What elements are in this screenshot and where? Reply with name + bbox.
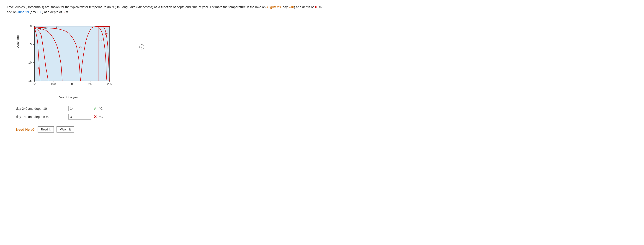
chart-area: Depth (m) 0 5 10 15 |120 bbox=[16, 22, 637, 99]
svg-text:200: 200 bbox=[70, 82, 74, 86]
svg-text:20: 20 bbox=[56, 25, 59, 29]
date2: June 19 bbox=[18, 10, 29, 14]
help-section: Need Help? Read It Watch It bbox=[16, 126, 637, 133]
text5: (day bbox=[29, 10, 37, 14]
problem-text: Level curves (isothermals) are shown for… bbox=[7, 4, 326, 15]
svg-text:20: 20 bbox=[79, 45, 82, 48]
svg-text:10: 10 bbox=[28, 61, 32, 64]
correct-icon-1: ✓ bbox=[94, 106, 97, 111]
answer-input-2[interactable] bbox=[68, 114, 91, 120]
text3: ) at a depth of bbox=[294, 5, 314, 9]
svg-text:280: 280 bbox=[107, 82, 112, 86]
svg-text:8: 8 bbox=[37, 67, 39, 70]
answer-input-1[interactable] bbox=[68, 106, 91, 111]
read-it-button[interactable]: Read It bbox=[38, 126, 54, 133]
svg-text:15: 15 bbox=[28, 79, 32, 82]
day1: 240 bbox=[289, 5, 294, 9]
answer-row-1: day 240 and depth 10 m ✓ °C bbox=[16, 106, 637, 111]
text2: (day bbox=[281, 5, 289, 9]
unit-label-1: °C bbox=[99, 107, 103, 110]
answer-label-2: day 180 and depth 5 m bbox=[16, 115, 66, 119]
info-icon[interactable]: i bbox=[139, 44, 144, 49]
svg-text:0: 0 bbox=[30, 24, 32, 28]
svg-text:|120: |120 bbox=[32, 82, 37, 86]
svg-text:160: 160 bbox=[51, 82, 56, 86]
text6: ) at a depth of bbox=[42, 10, 63, 14]
answer-row-2: day 180 and depth 5 m ✕ °C bbox=[16, 114, 637, 120]
unit-label-2: °C bbox=[99, 115, 103, 119]
svg-text:5: 5 bbox=[30, 42, 32, 46]
answer-label-1: day 240 and depth 10 m bbox=[16, 107, 66, 110]
y-axis-label: Depth (m) bbox=[16, 35, 19, 48]
chart-svg: 0 5 10 15 |120 160 200 240 280 bbox=[21, 22, 116, 94]
need-help-label: Need Help? bbox=[16, 128, 35, 131]
chart-container: 0 5 10 15 |120 160 200 240 280 bbox=[21, 22, 116, 99]
watch-it-button[interactable]: Watch It bbox=[56, 126, 74, 133]
incorrect-icon-2: ✕ bbox=[94, 114, 97, 119]
depth1: 10 bbox=[314, 5, 318, 9]
svg-text:16: 16 bbox=[99, 40, 102, 43]
text7: m. bbox=[64, 10, 69, 14]
answers-section: day 240 and depth 10 m ✓ °C day 180 and … bbox=[16, 106, 637, 120]
problem-text-before: Level curves (isothermals) are shown for… bbox=[7, 5, 266, 9]
svg-text:16: 16 bbox=[44, 27, 47, 30]
depth2: 5 bbox=[63, 10, 64, 14]
day2: 180 bbox=[37, 10, 42, 14]
svg-text:240: 240 bbox=[88, 82, 94, 86]
x-axis-label: Day of the year bbox=[21, 96, 116, 99]
date1: August 28 bbox=[266, 5, 281, 9]
svg-text:12: 12 bbox=[104, 33, 108, 36]
